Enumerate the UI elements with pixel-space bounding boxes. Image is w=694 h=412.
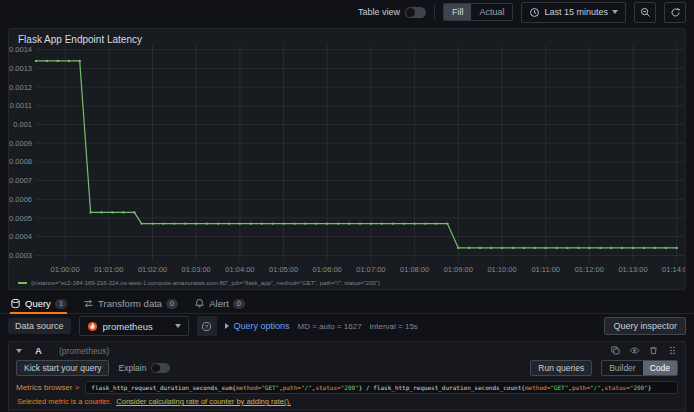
datasource-bar: Data source prometheus ? Query options M…	[0, 314, 694, 338]
svg-text:0.0009: 0.0009	[9, 139, 32, 148]
query-ref-id[interactable]: A	[35, 345, 42, 356]
query-row-header[interactable]: A (prometheus)	[9, 342, 685, 358]
svg-text:01:04:00: 01:04:00	[225, 265, 254, 274]
query-editor-card: A (prometheus) Kick start your query Exp…	[8, 341, 686, 412]
datasource-label: Data source	[8, 318, 71, 334]
time-range-label: Last 15 minutes	[544, 7, 608, 17]
toggle-knob	[406, 8, 415, 17]
interval-summary: Interval = 15s	[370, 322, 418, 331]
zoom-out-icon	[640, 7, 651, 18]
chart-legend[interactable]: {instance="ec2-184-169-216-224.us-west-1…	[18, 280, 380, 286]
query-toolbar: Kick start your query Explain Run querie…	[9, 358, 685, 380]
chevron-right-icon	[225, 323, 229, 329]
transform-icon	[83, 298, 94, 309]
query-options-label: Query options	[234, 321, 290, 331]
series-color-swatch	[18, 282, 27, 284]
svg-text:01:06:00: 01:06:00	[313, 265, 342, 274]
table-view-control: Table view	[358, 7, 426, 18]
panel-title[interactable]: Flask App Endpoint Latency	[18, 34, 142, 45]
latency-chart[interactable]: 0.00140.00130.00120.00110.0010.00090.000…	[9, 45, 685, 289]
svg-text:0.0007: 0.0007	[9, 176, 32, 185]
clock-icon	[529, 7, 540, 18]
run-queries-button[interactable]: Run queries	[530, 360, 592, 376]
svg-text:0.0003: 0.0003	[9, 251, 32, 260]
tab-alert[interactable]: Alert0	[194, 294, 245, 313]
svg-text:01:12:00: 01:12:00	[575, 265, 604, 274]
refresh-icon	[670, 7, 681, 18]
tab-transform-data[interactable]: Transform data0	[83, 294, 178, 313]
tab-query[interactable]: Query1	[10, 294, 67, 313]
time-range-picker[interactable]: Last 15 minutes	[521, 2, 626, 23]
latency-panel: Flask App Endpoint Latency 0.00140.00130…	[8, 28, 686, 290]
metrics-browser-button[interactable]: Metrics browser >	[16, 383, 79, 392]
collapse-chevron-icon[interactable]	[16, 349, 22, 353]
svg-text:01:03:00: 01:03:00	[182, 265, 211, 274]
warning-text: Selected metric is a counter.	[17, 397, 111, 406]
svg-text:01:07:00: 01:07:00	[356, 265, 385, 274]
svg-text:01:08:00: 01:08:00	[400, 265, 429, 274]
svg-text:01:02:00: 01:02:00	[138, 265, 167, 274]
query-options-toggle[interactable]: Query options	[225, 321, 290, 331]
explain-control: Explain	[118, 363, 170, 373]
tab-count-badge: 0	[166, 299, 178, 309]
copy-icon[interactable]	[610, 345, 621, 356]
svg-text:01:10:00: 01:10:00	[487, 265, 516, 274]
fill-actual-toggle: Fill Actual	[443, 3, 514, 21]
drag-handle-icon[interactable]	[667, 345, 678, 356]
svg-text:0.0014: 0.0014	[9, 45, 32, 54]
svg-text:0.0008: 0.0008	[9, 157, 32, 166]
table-view-label: Table view	[358, 7, 400, 17]
table-view-toggle[interactable]	[405, 7, 426, 18]
svg-text:0.0006: 0.0006	[9, 195, 32, 204]
svg-text:01:11:00: 01:11:00	[531, 265, 560, 274]
query-datasource-hint: (prometheus)	[59, 346, 110, 356]
code-button[interactable]: Code	[643, 361, 677, 375]
svg-text:01:13:00: 01:13:00	[618, 265, 647, 274]
alert-icon	[194, 298, 205, 309]
svg-text:01:09:00: 01:09:00	[444, 265, 473, 274]
builder-code-toggle: Builder Code	[601, 360, 678, 376]
datasource-value: prometheus	[103, 321, 153, 332]
max-data-points-summary: MD = auto = 1627	[298, 322, 362, 331]
datasource-picker[interactable]: prometheus	[79, 316, 189, 336]
refresh-button[interactable]	[664, 2, 686, 23]
svg-text:0.0005: 0.0005	[9, 214, 32, 223]
explain-label: Explain	[118, 363, 146, 373]
svg-text:01:00:00: 01:00:00	[50, 265, 79, 274]
kick-start-query-button[interactable]: Kick start your query	[16, 360, 109, 376]
trash-icon[interactable]	[648, 345, 659, 356]
eye-icon[interactable]	[629, 345, 640, 356]
tab-label: Query	[25, 298, 51, 309]
svg-text:0.0012: 0.0012	[9, 83, 32, 92]
help-circle-icon: ?	[201, 321, 212, 332]
promql-editor[interactable]: flask_http_request_duration_seconds_sum{…	[85, 381, 678, 394]
zoom-out-button[interactable]	[634, 2, 656, 23]
tab-label: Transform data	[98, 298, 162, 309]
counter-warning: Selected metric is a counter. Consider c…	[9, 396, 685, 409]
promql-query-text: flask_http_request_duration_seconds_sum{…	[91, 384, 651, 391]
toggle-knob	[152, 364, 160, 372]
svg-text:0.0013: 0.0013	[9, 64, 32, 73]
chevron-down-icon	[175, 324, 181, 328]
datasource-help-button[interactable]: ?	[197, 316, 217, 336]
actual-button[interactable]: Actual	[471, 4, 512, 20]
svg-text:0.0004: 0.0004	[9, 232, 32, 241]
top-toolbar: Table view Fill Actual Last 15 minutes	[0, 0, 694, 24]
svg-text:0.001: 0.001	[13, 120, 32, 129]
query-icon	[10, 298, 21, 309]
explain-toggle[interactable]	[151, 363, 170, 373]
query-editor-row: Metrics browser > flask_http_request_dur…	[9, 380, 685, 396]
tab-label: Alert	[209, 298, 229, 309]
svg-text:?: ?	[205, 323, 209, 329]
fill-button[interactable]: Fill	[444, 4, 472, 20]
query-row-actions	[610, 345, 678, 356]
query-inspector-button[interactable]: Query inspector	[604, 317, 686, 335]
builder-button[interactable]: Builder	[602, 361, 642, 375]
svg-text:01:05:00: 01:05:00	[269, 265, 298, 274]
svg-text:0.0011: 0.0011	[10, 101, 32, 110]
toolbar-divider	[434, 5, 435, 19]
svg-text:01:14:00: 01:14:00	[662, 265, 685, 274]
chevron-down-icon	[612, 10, 618, 14]
editor-tabs: Query1Transform data0Alert0	[0, 294, 694, 314]
warning-link[interactable]: Consider calculating rate of counter by …	[116, 397, 291, 406]
